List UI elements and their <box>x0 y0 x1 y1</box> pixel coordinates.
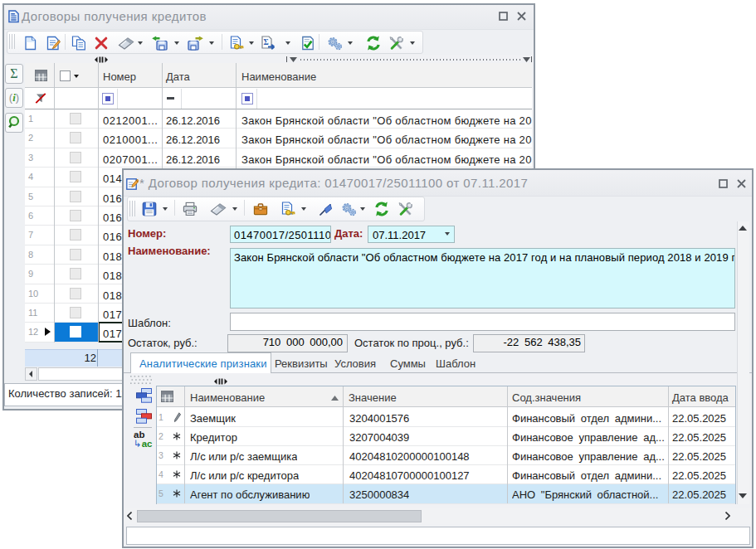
svg-text:Σ: Σ <box>263 38 268 46</box>
